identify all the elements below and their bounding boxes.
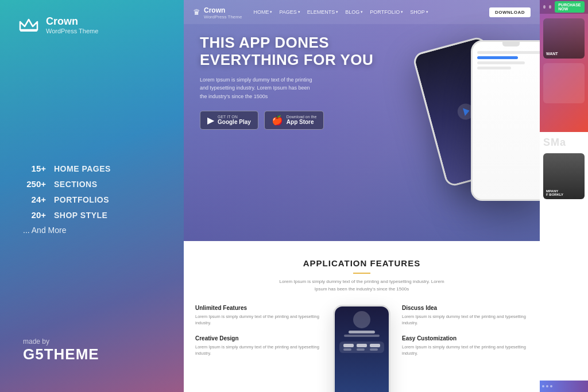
svg-rect-0 [20,30,37,32]
features-grid: Unlimited Features Lorem Ipsum is simply… [195,305,528,392]
app-store-get-label: Download on the [287,115,317,119]
feature-text-discuss: Lorem Ipsum is simply dummy text of the … [402,313,528,327]
stat-label-shopstyle: SHOP STYLE [54,211,107,220]
stat-label-homepages: HOME PAGES [54,164,111,173]
hero-section: ♛ Crown WordPress Theme HOME ▾ PAGES ▾ E… [184,0,540,241]
phone-stats-bar [339,341,384,353]
google-play-get-label: GET IT ON [218,115,251,119]
features-right-column: Discuss Idea Lorem Ipsum is simply dummy… [402,305,528,357]
phone-notch [502,42,520,46]
rp-card3-text: MPANYF BORKLY [546,189,563,196]
nav-logo-subtitle: WordPress Theme [204,15,242,20]
hero-title-line2: EVERYTHING FOR YOU [200,52,373,69]
made-by-section: made by G5THEME [23,337,99,363]
phone-screen-content [473,46,540,74]
hero-content: THIS APP DONES EVERYTHING FOR YOU Lorem … [200,34,373,130]
nav-link-blog[interactable]: BLOG ▾ [345,9,363,15]
hero-title: THIS APP DONES EVERYTHING FOR YOU [200,34,373,69]
stat-row-shopstyle: 20+ SHOP STYLE [23,210,111,220]
rp-nav-bar [540,381,588,392]
features-divider [353,273,370,274]
screen-line-3 [477,67,511,69]
app-store-button[interactable]: 🍎 Download on the App Store [264,111,324,130]
phone-stat-num-3 [370,344,380,347]
features-section: APPLICATION FEATURES Lorem Ipsum is simp… [184,241,540,392]
logo-text: Crown WordPress Theme [46,16,98,34]
screen-line-2 [477,61,525,64]
phone-avatar [353,311,370,328]
rp-header: PURCHASE NOW [540,0,588,14]
rp-nav-dot-2 [546,385,548,387]
google-play-name: Google Play [218,119,251,125]
phone-stat-1 [343,344,354,351]
stat-number-portfolios: 24+ [23,195,46,204]
features-description: Lorem Ipsum is simply dummy text of the … [276,278,448,293]
phone-stat-2 [357,344,367,351]
phone-stat-num-1 [343,344,354,347]
feature-text-easy: Lorem Ipsum is simply dummy text of the … [402,344,528,357]
made-by-label: made by [23,337,99,346]
nav-link-portfolio[interactable]: PORTFOLIO ▾ [370,9,403,15]
nav-logo-title: Crown [204,6,225,14]
rp-card1-text: WANT [546,52,558,56]
phone-secondary-mockup [471,40,540,201]
logo-subtitle: WordPress Theme [46,28,98,34]
hero-description: Lorem Ipsum is simply dummy text of the … [200,76,315,100]
hero-buttons: ▶ GET IT ON Google Play 🍎 Download on th… [200,111,373,130]
features-phone-mockup [333,305,390,392]
stat-row-sections: 250+ SECTIONS [23,179,111,189]
logo-title: Crown [46,16,98,28]
google-play-button[interactable]: ▶ GET IT ON Google Play [200,111,258,130]
right-panel-bottom: SMa MPANYF BORKLY [540,132,588,392]
nav-logo: ♛ Crown WordPress Theme [193,5,242,20]
rp-nav-dot-1 [542,385,544,387]
logo-area: Crown WordPress Theme [17,16,98,34]
stat-number-shopstyle: 20+ [23,210,46,220]
stat-row-homepages: 15+ HOME PAGES [23,164,111,173]
nav-crown-icon: ♛ [193,7,200,17]
feature-text-unlimited: Lorem Ipsum is simply dummy text of the … [195,313,322,327]
stat-label-sections: SECTIONS [54,180,98,189]
phone-secondary-screen [473,42,540,199]
navigation-bar: ♛ Crown WordPress Theme HOME ▾ PAGES ▾ E… [184,0,540,24]
stat-number-homepages: 15+ [23,164,46,173]
nav-link-elements[interactable]: ELEMENTS ▾ [307,9,339,15]
feature-creative-design: Creative Design Lorem Ipsum is simply du… [195,335,322,357]
feature-discuss-idea: Discuss Idea Lorem Ipsum is simply dummy… [402,305,528,327]
rp-nav-dot-3 [550,385,552,387]
rp-dot-2 [549,5,551,9]
nav-link-shop[interactable]: SHOP ▾ [410,9,428,15]
feature-easy-customization: Easy Customization Lorem Ipsum is simply… [402,335,528,357]
stats-list: 15+ HOME PAGES 250+ SECTIONS 24+ PORTFOL… [23,164,111,235]
chevron-down-icon: ▾ [426,10,428,14]
made-by-brand: G5THEME [23,346,99,363]
stat-number-sections: 250+ [23,179,46,189]
rp-big-text: SMa [543,137,585,149]
phone-stat-3 [370,344,380,351]
phone-name-bar [349,331,376,333]
stat-more: ... And More [23,226,111,235]
nav-link-pages[interactable]: PAGES ▾ [279,9,300,15]
feature-unlimited-features: Unlimited Features Lorem Ipsum is simply… [195,305,322,327]
feature-name-discuss: Discuss Idea [402,305,528,311]
chevron-down-icon: ▾ [401,10,403,14]
chevron-down-icon: ▾ [336,10,338,14]
nav-download-button[interactable]: DOWNLOAD [489,7,531,17]
app-store-text: Download on the App Store [287,115,317,125]
features-phone-screen [335,306,389,392]
rp-purchase-button[interactable]: PURCHASE NOW [555,1,585,13]
screen-line-blue [477,56,518,59]
phone-stat-lbl-1 [343,348,351,351]
nav-link-home[interactable]: HOME ▾ [253,9,272,15]
nav-links: HOME ▾ PAGES ▾ ELEMENTS ▾ BLOG ▾ PORTFOL… [253,9,489,15]
hero-title-line1: THIS APP DONES [200,34,373,52]
phone-sub-bar [344,335,380,337]
chevron-down-icon: ▾ [361,10,363,14]
rp-card1: WANT [543,18,585,59]
features-phone-center [327,305,396,392]
browser-mockup: ♛ Crown WordPress Theme HOME ▾ PAGES ▾ E… [184,0,540,392]
features-left-column: Unlimited Features Lorem Ipsum is simply… [195,305,322,357]
app-store-name: App Store [287,119,317,125]
google-play-text: GET IT ON Google Play [218,115,251,125]
features-title: APPLICATION FEATURES [195,258,528,268]
